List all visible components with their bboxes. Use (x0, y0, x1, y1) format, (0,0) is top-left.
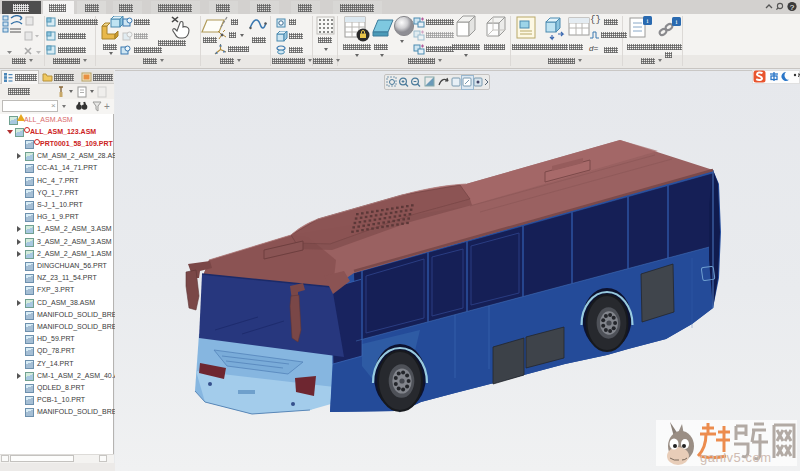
svg-text:?: ? (790, 3, 795, 12)
svg-text:i: i (647, 17, 649, 25)
svg-text:i: i (676, 18, 678, 26)
